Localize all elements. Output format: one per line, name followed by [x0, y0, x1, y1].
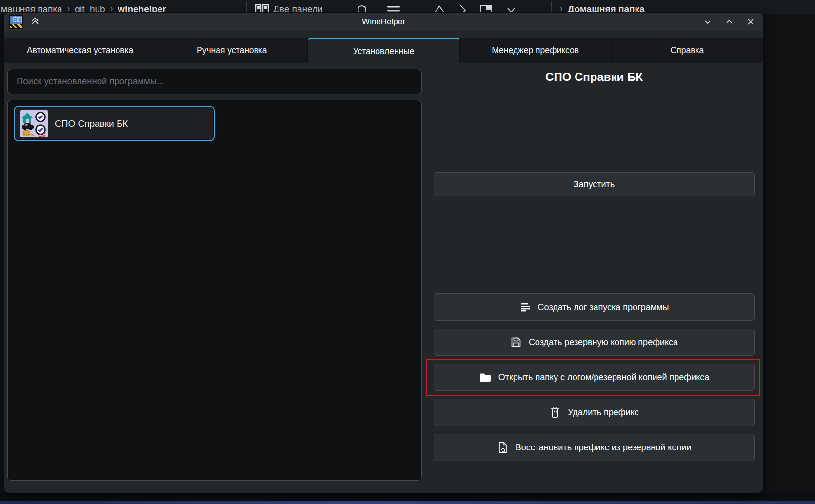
tab-installed[interactable]: Установленные: [308, 38, 459, 63]
shade-button[interactable]: [30, 16, 40, 28]
create-log-button[interactable]: Создать лог запуска программы: [434, 293, 755, 321]
tab-help[interactable]: Справка: [612, 38, 763, 63]
delete-prefix-button[interactable]: Удалить префикс: [434, 399, 755, 426]
program-name: СПО Справки БК: [55, 118, 128, 129]
floppy-icon: [510, 336, 522, 348]
button-label: Создать лог запуска программы: [538, 302, 669, 312]
folder-icon: [479, 371, 492, 383]
winehelper-window: ⚙⚙ WineHelper: [4, 12, 763, 493]
window-controls: [703, 18, 758, 26]
tab-label: Автоматическая установка: [27, 45, 133, 56]
tab-manual-install[interactable]: Ручная установка: [156, 38, 308, 63]
hazard-stripes: [10, 24, 22, 28]
log-lines-icon: [519, 301, 531, 313]
run-button-label: Запустить: [574, 179, 615, 190]
button-label: Восстановить префикс из резервной копии: [516, 443, 692, 453]
button-label: Удалить префикс: [568, 407, 638, 418]
run-button[interactable]: Запустить: [434, 172, 755, 196]
tab-label: Ручная установка: [197, 45, 267, 56]
restore-prefix-button[interactable]: Восстановить префикс из резервной копии: [434, 434, 755, 461]
button-label: Создать резервную копию префикса: [529, 337, 678, 348]
icon-version-badge: 2.5: [39, 133, 45, 137]
tab-label: Справка: [671, 45, 704, 56]
button-label: Открыть папку с логом/резервной копией п…: [498, 372, 710, 383]
create-backup-button[interactable]: Создать резервную копию префикса: [434, 329, 755, 356]
tab-label: Менеджер префиксов: [492, 45, 579, 56]
double-chevron-up-icon: [30, 16, 40, 28]
close-button[interactable]: [746, 18, 755, 26]
tab-label: Установленные: [353, 46, 414, 57]
document-restore-icon: [497, 441, 509, 454]
background-file-manager-toolbar: машняя папка › git_hub › winehelper Две …: [0, 0, 815, 14]
details-title: СПО Справки БК: [434, 70, 755, 84]
winehelper-app-icon[interactable]: ⚙⚙: [9, 15, 23, 29]
program-icon: 2.5: [20, 110, 48, 137]
titlebar[interactable]: ⚙⚙ WineHelper: [4, 13, 763, 31]
minimize-button[interactable]: [703, 18, 712, 26]
tab-auto-install[interactable]: Автоматическая установка: [4, 38, 156, 63]
list-item-spo-spravki-bk[interactable]: 2.5 СПО Справки БК: [14, 106, 215, 141]
window-title: WineHelper: [4, 17, 763, 27]
maximize-button[interactable]: [725, 18, 734, 26]
background-accent-strip: [0, 501, 815, 504]
trash-icon: [549, 406, 561, 419]
installed-programs-list: 2.5 СПО Справки БК: [7, 100, 422, 481]
open-folder-button[interactable]: Открыть папку с логом/резервной копией п…: [434, 364, 755, 391]
tab-prefix-manager[interactable]: Менеджер префиксов: [460, 38, 612, 63]
search-input[interactable]: [7, 69, 422, 94]
tab-bar: Автоматическая установка Ручная установк…: [4, 38, 763, 63]
gear-icon: ⚙⚙: [12, 16, 20, 24]
